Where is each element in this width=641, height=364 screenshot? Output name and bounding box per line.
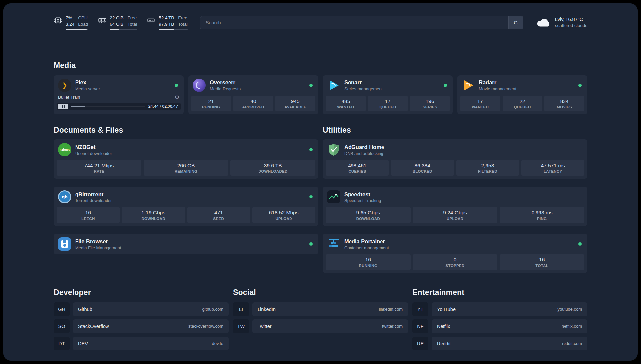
bookmark-twitter[interactable]: TW Twitter twitter.com (233, 319, 408, 333)
section-title-utilities: Utilities (323, 126, 587, 135)
cpu-progress-bar (66, 29, 88, 30)
filebrowser-icon (58, 237, 71, 251)
bookmark-github[interactable]: GH Github github.com (54, 302, 229, 316)
bookmark-group-social: Social LI LinkedIn linkedin.com TW Twitt… (233, 288, 408, 333)
stat-box: 86,384 BLOCKED (391, 160, 454, 176)
disk-free-value: 52.4 TB (159, 15, 174, 21)
bookmark-group-entertainment: Entertainment YT YouTube youtube.com NF … (412, 288, 587, 350)
playback-progress-fill (71, 106, 85, 107)
stat-box: 47.571 ms LATENCY (521, 160, 584, 176)
section-utilities: Utilities AdGuard Home DNS and (323, 126, 587, 273)
memory-free-label: Free (128, 15, 137, 21)
service-description: Container management (344, 245, 389, 250)
service-stats: 17 WANTED 22 QUEUED 834 MOVIES (457, 96, 587, 114)
bookmark-reddit[interactable]: RE Reddit reddit.com (412, 337, 587, 350)
memory-free-value: 22 GiB (110, 15, 123, 21)
stat-box: 40 APPROVED (233, 96, 273, 111)
bookmark-name: Netflix (437, 324, 450, 329)
bookmark-domain: linkedin.com (379, 307, 403, 312)
service-link-radarr[interactable]: Radarr Movie management (457, 75, 587, 96)
service-description: Torrent downloader (75, 198, 112, 203)
service-link-speedtest[interactable]: Speedtest Speedtest Tracking (323, 187, 587, 207)
service-card-sonarr: Sonarr Series management 485 WANTED 17 Q… (323, 75, 453, 114)
service-card-nzbget: nzbget NZBGet Usenet downloader 744.21 M… (54, 139, 318, 179)
search-provider-button[interactable]: G (508, 16, 523, 29)
weather-widget: Lviv, 16.87°C scattered clouds (536, 16, 587, 28)
service-description: Movie management (479, 86, 516, 91)
bookmark-youtube[interactable]: YT YouTube youtube.com (412, 302, 587, 316)
bookmark-linkedin[interactable]: LI LinkedIn linkedin.com (233, 302, 408, 316)
stat-box: 196 SERIES (410, 96, 450, 111)
stat-box: 2,953 FILTERED (456, 160, 519, 176)
service-link-plex[interactable]: ❯ Plex Media server (54, 75, 184, 96)
service-card-radarr: Radarr Movie management 17 WANTED 22 QUE… (457, 75, 587, 114)
stat-box: 744.21 Mbps RATE (57, 160, 141, 176)
cpu-usage-value: 7% (66, 15, 74, 21)
topbar: 7% 3.24 CPU Load (54, 15, 587, 30)
service-description: Media File Management (75, 245, 121, 250)
dashboard-app: 7% 3.24 CPU Load (3, 3, 638, 361)
service-stats: 498,461 QUERIES 86,384 BLOCKED 2,953 FIL… (323, 160, 587, 179)
service-card-adguard: AdGuard Home DNS and adblocking 498,461 … (323, 139, 587, 179)
bookmark-name: Reddit (437, 341, 451, 346)
service-link-sonarr[interactable]: Sonarr Series management (323, 75, 453, 96)
service-link-qbittorrent[interactable]: qb qBittorrent Torrent downloader (54, 187, 318, 207)
gear-icon[interactable]: ⚙ (175, 95, 179, 100)
portainer-icon (327, 237, 340, 251)
bookmark-group-developer: Developer GH Github github.com SO StackO… (54, 288, 229, 350)
pause-button[interactable] (58, 104, 68, 109)
status-dot (578, 242, 582, 246)
playback-progress-track[interactable] (71, 106, 145, 107)
memory-progress-fill (110, 29, 119, 30)
service-link-portainer[interactable]: Media Portainer Container management (323, 234, 587, 254)
service-card-plex: ❯ Plex Media server Bullet Train ⚙ (54, 75, 184, 114)
search-input[interactable] (200, 16, 508, 29)
qbittorrent-icon: qb (58, 190, 71, 203)
service-link-overseerr[interactable]: Overseerr Media Requests (188, 75, 318, 96)
service-name: File Browser (75, 238, 121, 245)
stat-box: 0 STOPPED (413, 254, 498, 270)
section-documents: Documents & Files nzbget NZBGet Usenet d… (54, 126, 318, 255)
stat-box: 471 SEED (187, 207, 250, 223)
status-dot (309, 195, 313, 198)
service-card-portainer: Media Portainer Container management 16 … (323, 234, 587, 273)
bookmark-name: Github (78, 307, 92, 312)
status-dot (578, 84, 582, 87)
cpu-progress-fill (66, 29, 87, 30)
disk-widget: 52.4 TB 97.9 TB Free Total (147, 15, 188, 30)
service-name: qBittorrent (75, 191, 112, 198)
service-stats: 485 WANTED 17 QUEUED 196 SERIES (323, 96, 453, 114)
bookmark-domain: youtube.com (558, 307, 582, 312)
service-card-speedtest: Speedtest Speedtest Tracking 9.65 Gbps D… (323, 187, 587, 226)
service-name: AdGuard Home (344, 144, 384, 151)
bookmark-abbr: LI (233, 302, 249, 316)
cpu-load-value: 3.24 (66, 21, 74, 27)
section-title-developer: Developer (54, 288, 229, 297)
topbar-divider (54, 37, 587, 37)
disk-progress-fill (159, 29, 174, 30)
bookmark-abbr: GH (54, 302, 70, 316)
section-title-media: Media (54, 61, 587, 70)
service-description: Series management (344, 86, 382, 91)
service-link-adguard[interactable]: AdGuard Home DNS and adblocking (323, 139, 587, 160)
stat-box: 618.52 Mbps UPLOAD (252, 207, 315, 223)
section-title-entertainment: Entertainment (412, 288, 587, 297)
disk-icon (147, 16, 155, 25)
memory-icon (98, 16, 107, 25)
status-dot (309, 84, 313, 87)
bookmark-stackoverflow[interactable]: SO StackOverflow stackoverflow.com (54, 319, 229, 333)
bookmark-domain: netflix.com (562, 324, 582, 329)
service-stats: 16 RUNNING 0 STOPPED 16 TOTAL (323, 254, 587, 273)
nzbget-glyph: nzbget (60, 148, 70, 151)
bookmark-netflix[interactable]: NF Netflix netflix.com (412, 319, 587, 333)
bookmark-abbr: YT (412, 302, 428, 316)
service-link-nzbget[interactable]: nzbget NZBGet Usenet downloader (54, 139, 318, 160)
section-media: Media ❯ Plex Media server Bullet Train ⚙ (54, 61, 587, 114)
service-link-filebrowser[interactable]: File Browser Media File Management (54, 234, 318, 254)
stat-box: 16 TOTAL (500, 254, 584, 270)
service-name: Overseerr (210, 79, 241, 86)
bookmark-dev[interactable]: DT DEV dev.to (54, 337, 229, 350)
stat-box: 834 MOVIES (544, 96, 584, 111)
status-dot (444, 84, 447, 87)
stat-box: 21 PENDING (191, 96, 231, 111)
